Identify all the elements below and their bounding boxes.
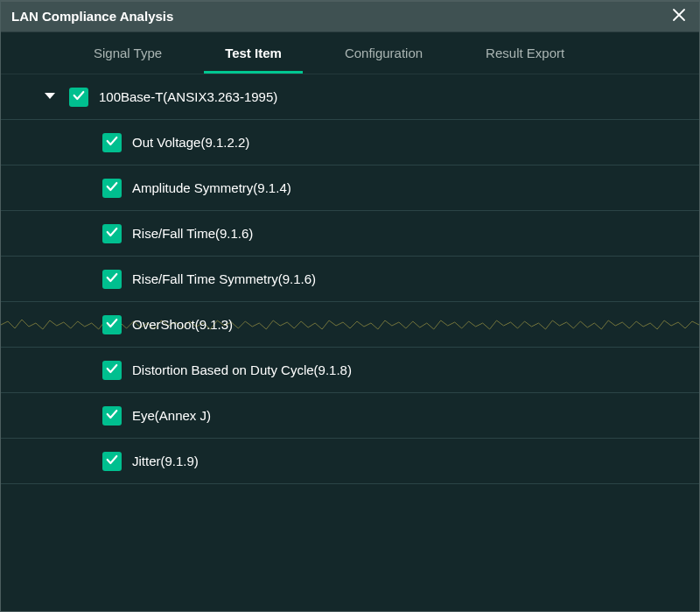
tab-label: Signal Type — [94, 46, 162, 60]
test-item-list: 100Base-T(ANSIX3.263-1995) Out Voltage(9… — [1, 74, 699, 611]
row-label: Amplitude Symmetry(9.1.4) — [132, 180, 291, 195]
titlebar: LAN Compliance Analysis — [1, 1, 699, 32]
window-title: LAN Compliance Analysis — [11, 9, 668, 24]
tree-child-row[interactable]: Amplitude Symmetry(9.1.4) — [1, 165, 699, 211]
tab-label: Result Export — [486, 46, 564, 60]
tab-label: Test Item — [225, 46, 282, 60]
tree-child-row[interactable]: Rise/Fall Time Symmetry(9.1.6) — [1, 257, 699, 302]
tree-child-row[interactable]: Eye(Annex J) — [1, 393, 699, 439]
tab-signal-type[interactable]: Signal Type — [62, 32, 193, 74]
tree-child-row[interactable]: Distortion Based on Duty Cycle(9.1.8) — [1, 348, 699, 393]
checkbox[interactable] — [102, 179, 122, 198]
close-button[interactable] — [668, 5, 690, 28]
row-label: Out Voltage(9.1.2.2) — [132, 135, 249, 150]
row-label: 100Base-T(ANSIX3.263-1995) — [99, 89, 277, 104]
tab-label: Configuration — [345, 46, 423, 60]
tree-child-row[interactable]: Rise/Fall Time(9.1.6) — [1, 211, 699, 257]
tree-parent-row[interactable]: 100Base-T(ANSIX3.263-1995) — [1, 74, 699, 120]
checkbox[interactable] — [102, 452, 122, 471]
checkmark-icon — [105, 362, 119, 379]
checkmark-icon — [72, 88, 86, 106]
expand-toggle[interactable] — [39, 87, 60, 108]
checkbox[interactable] — [69, 88, 88, 107]
tab-result-export[interactable]: Result Export — [454, 32, 596, 74]
tab-bar: Signal Type Test Item Configuration Resu… — [1, 32, 699, 74]
tabs-leading-spacer — [1, 32, 62, 74]
row-label: Jitter(9.1.9) — [132, 454, 199, 468]
checkmark-icon — [105, 453, 119, 470]
tree-child-row[interactable]: Out Voltage(9.1.2.2) — [1, 120, 699, 165]
tree-child-row[interactable]: Jitter(9.1.9) — [1, 439, 699, 484]
row-label: Rise/Fall Time(9.1.6) — [132, 226, 253, 241]
checkbox[interactable] — [102, 270, 122, 289]
row-label: Rise/Fall Time Symmetry(9.1.6) — [132, 271, 316, 286]
row-label: Distortion Based on Duty Cycle(9.1.8) — [132, 362, 352, 377]
chevron-down-icon — [44, 89, 56, 105]
tree-child-row[interactable]: OverShoot(9.1.3) — [1, 302, 699, 348]
checkmark-icon — [105, 407, 119, 425]
row-label: OverShoot(9.1.3) — [132, 317, 233, 332]
checkmark-icon — [105, 271, 119, 288]
tab-configuration[interactable]: Configuration — [313, 32, 454, 74]
row-label: Eye(Annex J) — [132, 408, 211, 423]
checkmark-icon — [105, 179, 119, 197]
checkmark-icon — [105, 134, 119, 151]
checkbox[interactable] — [102, 361, 122, 380]
checkbox[interactable] — [102, 406, 122, 426]
checkmark-icon — [105, 225, 119, 243]
checkbox[interactable] — [102, 133, 122, 152]
tab-test-item[interactable]: Test Item — [193, 32, 313, 74]
window: LAN Compliance Analysis Signal Type Test… — [0, 0, 700, 612]
close-icon — [671, 7, 687, 26]
checkbox[interactable] — [102, 224, 122, 243]
checkbox[interactable] — [102, 315, 122, 334]
checkmark-icon — [105, 316, 119, 334]
